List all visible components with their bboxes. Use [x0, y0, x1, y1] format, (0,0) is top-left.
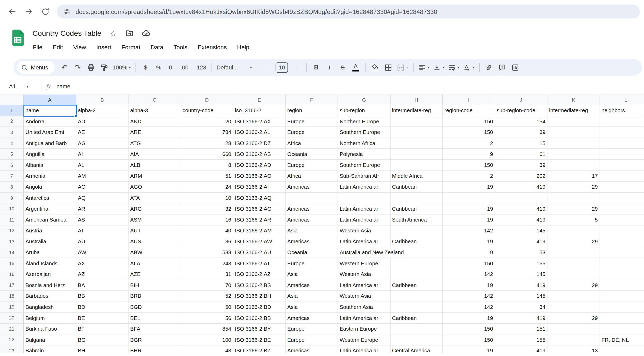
row-header-23[interactable]: 23 — [0, 345, 24, 353]
cell-G19[interactable]: Southern Asia — [338, 302, 390, 313]
cell-H18[interactable] — [390, 291, 443, 302]
cell-D8[interactable]: 24 — [181, 182, 233, 193]
cell-A11[interactable]: American Samoa — [24, 214, 76, 225]
cell-C21[interactable]: BFA — [128, 324, 181, 334]
vertical-align-button[interactable]: ▾ — [431, 61, 446, 74]
cell-I16[interactable]: 142 — [443, 269, 495, 280]
cell-H22[interactable] — [390, 334, 443, 345]
cell-F6[interactable]: Europe — [286, 160, 338, 171]
cell-C10[interactable]: ARG — [128, 203, 181, 214]
cell-B19[interactable]: BD — [76, 302, 128, 313]
cell-K23[interactable]: 13 — [547, 345, 600, 353]
cell-A18[interactable]: Barbados — [24, 291, 76, 302]
cell-K5[interactable] — [547, 149, 600, 160]
cell-J2[interactable]: 154 — [495, 116, 547, 127]
cell-G1[interactable]: sub-region — [338, 105, 390, 116]
cell-A6[interactable]: Albania — [24, 160, 76, 171]
column-header-I[interactable]: I — [443, 95, 495, 105]
cell-B15[interactable]: AX — [76, 258, 128, 269]
cell-G2[interactable]: Northern Europe — [338, 116, 390, 127]
cell-H3[interactable] — [390, 127, 443, 138]
cell-G14[interactable]: Australia and New Zealand — [338, 247, 390, 258]
cell-E22[interactable]: ISO 3166-2:BE — [233, 334, 286, 345]
font-size-input[interactable]: 10 — [276, 62, 288, 73]
cell-J18[interactable]: 145 — [495, 291, 547, 302]
cell-G7[interactable]: Sub-Saharan Afr — [338, 171, 390, 182]
cell-B5[interactable]: AI — [76, 149, 128, 160]
cell-E15[interactable]: ISO 3166-2:AT — [233, 258, 286, 269]
decrease-decimal-button[interactable]: .0← — [165, 61, 178, 74]
cell-E17[interactable]: ISO 3166-2:BS — [233, 280, 286, 291]
column-header-C[interactable]: C — [128, 95, 181, 105]
cell-A8[interactable]: Angola — [24, 182, 76, 193]
text-wrap-button[interactable]: ▾ — [446, 61, 461, 74]
cell-G18[interactable]: Western Asia — [338, 291, 390, 302]
cell-A19[interactable]: Bangladesh — [24, 302, 76, 313]
cell-A22[interactable]: Bulgaria — [24, 334, 76, 345]
cell-I18[interactable]: 142 — [443, 291, 495, 302]
cell-I1[interactable]: region-code — [443, 105, 495, 116]
cell-J13[interactable]: 419 — [495, 236, 547, 247]
cell-H4[interactable] — [390, 138, 443, 149]
increase-decimal-button[interactable]: .00→ — [178, 61, 195, 74]
merge-cells-button[interactable]: ▾ — [395, 61, 410, 74]
font-family-select[interactable]: Defaul... ▾ — [214, 61, 254, 74]
cell-I5[interactable]: 9 — [443, 149, 495, 160]
cell-B14[interactable]: AW — [76, 247, 128, 258]
address-bar[interactable]: docs.google.com/spreadsheets/d/1uwxtuv84… — [57, 4, 640, 18]
cell-K10[interactable]: 29 — [547, 203, 600, 214]
cell-D20[interactable]: 56 — [181, 313, 233, 324]
cell-J8[interactable]: 419 — [495, 182, 547, 193]
cell-G11[interactable]: Latin America ar — [338, 214, 390, 225]
cell-H9[interactable] — [390, 193, 443, 203]
row-header-4[interactable]: 4 — [0, 138, 24, 149]
cell-E10[interactable]: ISO 3166-2:AG — [233, 203, 286, 214]
cell-J5[interactable]: 61 — [495, 149, 547, 160]
cell-D4[interactable]: 28 — [181, 138, 233, 149]
column-header-E[interactable]: E — [233, 95, 286, 105]
cell-A20[interactable]: Belgium — [24, 313, 76, 324]
cell-L5[interactable] — [600, 149, 644, 160]
cell-K2[interactable] — [547, 116, 600, 127]
row-header-2[interactable]: 2 — [0, 116, 24, 127]
cell-J16[interactable]: 145 — [495, 269, 547, 280]
row-header-19[interactable]: 19 — [0, 302, 24, 313]
cell-F2[interactable]: Europe — [286, 116, 338, 127]
cell-H17[interactable]: Caribbean — [390, 280, 443, 291]
cell-E8[interactable]: ISO 3166-2:AI — [233, 182, 286, 193]
cell-I14[interactable]: 9 — [443, 247, 495, 258]
cell-A3[interactable]: United Arab Emi — [24, 127, 76, 138]
cell-H5[interactable] — [390, 149, 443, 160]
cell-D1[interactable]: country-code — [181, 105, 233, 116]
cell-A13[interactable]: Australia — [24, 236, 76, 247]
cell-I13[interactable]: 19 — [443, 236, 495, 247]
cell-D19[interactable]: 50 — [181, 302, 233, 313]
cell-J12[interactable]: 145 — [495, 225, 547, 236]
cell-A21[interactable]: Burkina Faso — [24, 324, 76, 334]
format-percent-button[interactable]: % — [152, 61, 165, 74]
cell-G3[interactable]: Southern Europe — [338, 127, 390, 138]
cell-H8[interactable]: Caribbean — [390, 182, 443, 193]
search-menus-button[interactable]: Menus — [17, 61, 55, 74]
row-header-13[interactable]: 13 — [0, 236, 24, 247]
row-header-14[interactable]: 14 — [0, 247, 24, 258]
sheets-logo[interactable] — [11, 30, 24, 46]
cell-I2[interactable]: 150 — [443, 116, 495, 127]
cell-C18[interactable]: BRB — [128, 291, 181, 302]
cell-B18[interactable]: BB — [76, 291, 128, 302]
cell-H1[interactable]: intermediate-reg — [390, 105, 443, 116]
cell-J3[interactable]: 39 — [495, 127, 547, 138]
row-header-21[interactable]: 21 — [0, 324, 24, 334]
cell-J17[interactable]: 419 — [495, 280, 547, 291]
cell-C22[interactable]: BGR — [128, 334, 181, 345]
cell-L20[interactable] — [600, 313, 644, 324]
cell-I22[interactable]: 150 — [443, 334, 495, 345]
cell-J4[interactable]: 15 — [495, 138, 547, 149]
cell-K22[interactable] — [547, 334, 600, 345]
menu-help[interactable]: Help — [237, 44, 249, 51]
cell-K18[interactable] — [547, 291, 600, 302]
cell-K17[interactable]: 29 — [547, 280, 600, 291]
cell-L21[interactable] — [600, 324, 644, 334]
cell-B8[interactable]: AO — [76, 182, 128, 193]
cell-K19[interactable] — [547, 302, 600, 313]
